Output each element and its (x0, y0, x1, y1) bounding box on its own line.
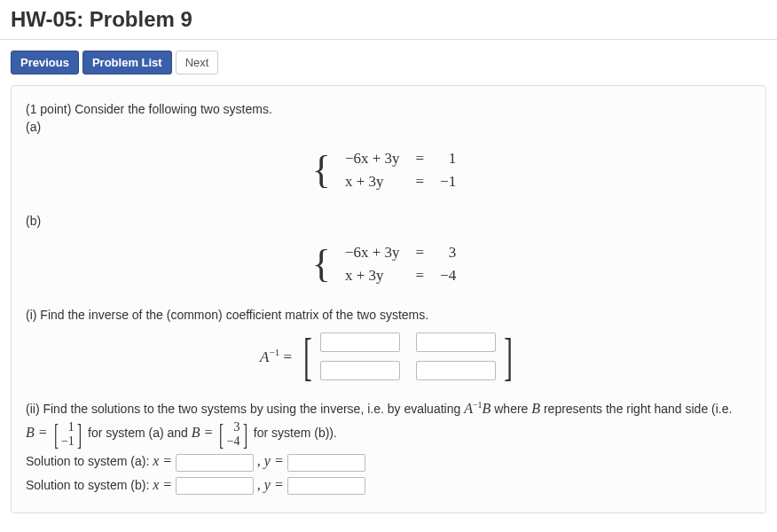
x-eq-b: x = (153, 477, 176, 492)
brace-icon: { (312, 246, 331, 282)
solution-a-y-input[interactable] (287, 454, 365, 472)
solution-b-y-input[interactable] (287, 477, 365, 495)
sys-b-row2-rhs: −4 (433, 265, 463, 286)
b-eq-a: B = (26, 425, 51, 440)
ainv-entry-21[interactable] (320, 361, 400, 380)
label-b: (b) (26, 214, 751, 228)
matrix-inverse-entry: A−1 = [ ] (26, 332, 751, 380)
right-bracket-icon: ] (504, 337, 513, 377)
problem-list-button[interactable]: Problem List (82, 51, 172, 74)
ainv-entry-11[interactable] (320, 332, 400, 352)
sys-b-row1-rhs: 3 (433, 242, 463, 263)
solution-b-x-input[interactable] (176, 477, 254, 495)
solution-a-row: Solution to system (a): x = , y = (26, 453, 751, 472)
sys-b-row2-eq: = (409, 265, 432, 286)
problem-body: (1 point) Consider the following two sys… (11, 85, 766, 513)
sys-b-row1-lhs: −6x + 3y (338, 242, 407, 263)
sys-a-row1-rhs: 1 (433, 148, 463, 169)
sys-b-row2-lhs: x + 3y (338, 265, 407, 286)
b-symbol: B (531, 401, 540, 416)
part-ii-suffix: represents the right hand side (i.e. (540, 402, 732, 416)
for-system-b-text: for system (b)). (254, 426, 337, 440)
points-intro: (1 point) Consider the following two sys… (26, 102, 751, 116)
x-eq-a: x = (153, 453, 176, 468)
sys-a-row2-lhs: x + 3y (338, 171, 407, 192)
page-title: HW-05: Problem 9 (0, 0, 777, 40)
b-eq-b: B = (192, 425, 217, 440)
solution-b-row: Solution to system (b): x = , y = (26, 477, 751, 496)
system-a: { −6x + 3y = 1 x + 3y = −1 (26, 146, 751, 194)
nav-buttons: Previous Problem List Next (0, 40, 777, 85)
y-eq-b: , y = (257, 477, 287, 492)
vector-b: [ 3 −4 ] (216, 420, 250, 448)
a-inverse-label: A−1 = (260, 347, 292, 366)
brace-icon: { (312, 153, 331, 188)
system-b: { −6x + 3y = 3 x + 3y = −4 (26, 240, 751, 288)
solution-b-label: Solution to system (b): (26, 478, 153, 492)
sys-a-row2-eq: = (409, 171, 432, 192)
ainv-entry-12[interactable] (416, 332, 496, 352)
part-ii-prefix: (ii) Find the solutions to the two syste… (26, 402, 464, 416)
sys-a-row2-rhs: −1 (433, 171, 463, 192)
sys-b-row1-eq: = (409, 242, 432, 263)
part-ii-block: (ii) Find the solutions to the two syste… (26, 396, 751, 448)
solution-a-x-input[interactable] (176, 454, 254, 472)
part-i-instruction: (i) Find the inverse of the (common) coe… (26, 308, 751, 322)
left-bracket-icon: [ (303, 337, 312, 377)
sys-a-row1-eq: = (409, 148, 432, 169)
ainv-entry-22[interactable] (416, 361, 496, 380)
label-a: (a) (26, 120, 751, 134)
next-button[interactable]: Next (176, 51, 219, 74)
y-eq-a: , y = (257, 453, 287, 468)
sys-a-row1-lhs: −6x + 3y (338, 148, 407, 169)
previous-button[interactable]: Previous (11, 51, 79, 74)
eval-expr: A−1B (464, 401, 491, 416)
part-ii-mid: where (491, 402, 531, 416)
vector-a: [ 1 −1 ] (51, 420, 85, 448)
solution-a-label: Solution to system (a): (26, 454, 153, 468)
for-system-a-text: for system (a) and (88, 426, 192, 440)
